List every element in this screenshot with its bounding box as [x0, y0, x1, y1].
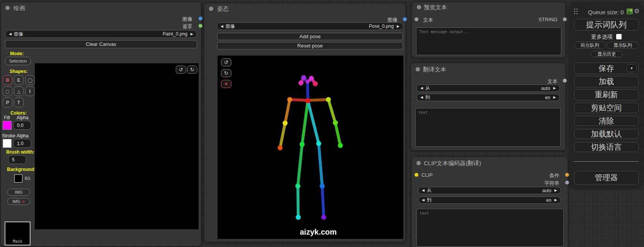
shapes-label: Shapes:	[10, 69, 28, 74]
prev-from-arrow[interactable]: ◀	[422, 189, 425, 192]
clip-text-encode-node[interactable]: CLIP文本编码器(翻译) CLIP 条件 字符串 ◀ 从 auto ▶ ◀ 到…	[411, 157, 568, 247]
pose-node-title: 姿态	[217, 5, 229, 13]
image-preview-icon[interactable]	[627, 8, 633, 14]
next-to-arrow[interactable]: ▶	[554, 198, 557, 202]
next-from-arrow[interactable]: ▶	[554, 189, 557, 192]
switch-language-button[interactable]: 切换语言	[574, 142, 639, 152]
translate-output-text-slot[interactable]	[563, 79, 567, 83]
drag-handle[interactable]	[574, 8, 578, 15]
translate-from-widget[interactable]: ◀ 从 auto ▶	[416, 85, 560, 92]
extra-options-checkbox[interactable]	[616, 34, 622, 39]
clear-button[interactable]: 清除	[574, 116, 639, 126]
shape-square-button[interactable]: ▢	[3, 86, 12, 96]
pose-image-widget[interactable]: ◀ 图像 Pose_0.png ▶	[217, 22, 403, 30]
paint-output-mask-slot[interactable]	[199, 24, 202, 28]
shape-eraser-button[interactable]: E	[14, 75, 24, 85]
paint-output-image-slot[interactable]	[199, 17, 202, 20]
pose-delete-button[interactable]: ✕	[221, 80, 231, 88]
pose-canvas[interactable]: ↺ ↻ ✕ aizyk.com	[217, 56, 403, 239]
paint-undo-button[interactable]: ↺	[176, 66, 186, 74]
stroke-color-swatch[interactable]	[3, 139, 12, 148]
clip-output-string-label: 字符串	[544, 180, 559, 187]
shape-line-button[interactable]: I	[25, 86, 35, 96]
stroke-alpha-input[interactable]	[13, 139, 31, 148]
save-button[interactable]: 保存 ▼	[574, 63, 639, 74]
node-collapse-dot[interactable]	[416, 161, 421, 165]
shape-polygon-button[interactable]: P	[3, 98, 12, 107]
comfy-menu[interactable]: Queue size: 0 ⚙ 提示词队列 更多选项 前台队列 显示队列 显示历…	[570, 3, 642, 188]
preview-input-text-slot[interactable]	[415, 17, 418, 21]
next-to-arrow[interactable]: ▶	[553, 96, 556, 99]
queue-prompt-button[interactable]: 提示词队列	[574, 19, 639, 30]
front-queue-button[interactable]: 前台队列	[574, 42, 606, 49]
clip-textarea[interactable]	[416, 209, 564, 247]
preview-output-string-slot[interactable]	[563, 17, 567, 21]
clip-input-slot[interactable]	[415, 173, 418, 177]
prev-image-arrow[interactable]: ◀	[9, 32, 12, 36]
node-collapse-dot[interactable]	[417, 5, 421, 9]
pose-undo-button[interactable]: ↺	[221, 58, 231, 66]
preview-node-title: 预览文本	[424, 4, 447, 11]
background-label: Background:	[7, 167, 36, 172]
extra-options-label: 更多选项	[591, 34, 613, 41]
translate-to-widget[interactable]: ◀ 到 en ▶	[416, 94, 560, 101]
pose-node[interactable]: 姿态 图像 ◀ 图像 Pose_0.png ▶ Add pose Reset p…	[204, 3, 406, 242]
brush-width-input[interactable]	[8, 155, 26, 164]
pose-output-image-slot[interactable]	[403, 17, 407, 21]
refresh-button[interactable]: 重刷新	[574, 89, 639, 100]
clipspace-button[interactable]: 剪贴空间	[574, 103, 639, 113]
load-button[interactable]: 加载	[574, 76, 639, 87]
view-queue-button[interactable]: 显示队列	[607, 42, 639, 49]
translate-textarea[interactable]	[415, 108, 561, 147]
reset-pose-button[interactable]: Reset pose	[217, 42, 403, 49]
prev-to-arrow[interactable]: ◀	[422, 198, 425, 202]
delete-x-icon: ✕	[22, 200, 25, 204]
clip-from-widget[interactable]: ◀ 从 auto ▶	[418, 187, 561, 194]
prev-pose-arrow[interactable]: ◀	[221, 25, 223, 28]
mode-selection-button[interactable]: Selection	[5, 57, 31, 65]
mask-preview: Mask	[5, 222, 31, 245]
gear-icon[interactable]: ⚙	[634, 8, 639, 14]
translate-text-node[interactable]: 翻译文本 文本 ◀ 从 auto ▶ ◀ 到 en ▶	[411, 63, 566, 151]
clip-node-title: CLIP文本编码器(翻译)	[424, 160, 481, 167]
node-collapse-dot[interactable]	[5, 6, 10, 10]
node-collapse-dot[interactable]	[416, 67, 420, 71]
fill-alpha-input[interactable]	[13, 121, 31, 130]
next-image-arrow[interactable]: ▶	[190, 32, 193, 36]
paint-output-image-label: 图像	[182, 16, 192, 23]
undo-icon: ↺	[179, 67, 183, 73]
save-dropdown-button[interactable]: ▼	[627, 64, 637, 72]
node-collapse-dot[interactable]	[209, 7, 213, 11]
prev-to-arrow[interactable]: ◀	[420, 96, 423, 99]
preview-text-node[interactable]: 预览文本 文本 STRING	[412, 2, 566, 58]
view-history-button[interactable]: 显示历史	[591, 51, 623, 57]
manager-button[interactable]: 管理器	[574, 171, 639, 184]
paint-node-title: 绘画	[14, 5, 25, 12]
paint-image-widget[interactable]: ◀ 图像 Paint_0.png ▶	[5, 30, 197, 38]
preview-textarea[interactable]	[416, 27, 561, 55]
paint-canvas[interactable]: ↺ ↻	[35, 63, 199, 229]
next-pose-arrow[interactable]: ▶	[397, 25, 399, 28]
fill-color-swatch[interactable]	[3, 121, 12, 130]
shape-triangle-button[interactable]: △	[14, 86, 24, 96]
background-color-swatch[interactable]	[14, 174, 22, 183]
load-default-button[interactable]: 加载默认	[574, 129, 639, 139]
clear-canvas-button[interactable]: Clear Canvas	[5, 40, 197, 48]
paint-node[interactable]: 绘画 图像 遮罩 ◀ 图像 Paint_0.png ▶ Clear Canvas…	[1, 2, 201, 246]
pose-redo-button[interactable]: ↻	[221, 69, 231, 77]
paint-redo-button[interactable]: ↻	[187, 66, 197, 74]
add-pose-button[interactable]: Add pose	[217, 33, 403, 40]
bg-label: BG	[25, 176, 30, 181]
img-delete-button[interactable]: IMG ✕	[7, 198, 30, 205]
next-from-arrow[interactable]: ▶	[553, 86, 556, 90]
paint-output-mask-label: 遮罩	[182, 23, 192, 30]
clip-to-widget[interactable]: ◀ 到 en ▶	[418, 196, 561, 204]
img-button[interactable]: IMG	[7, 189, 30, 196]
preview-input-text-label: 文本	[423, 17, 433, 24]
clip-output-cond-slot[interactable]	[565, 173, 569, 177]
prev-from-arrow[interactable]: ◀	[420, 86, 423, 90]
shape-circle-button[interactable]: ◯	[25, 75, 35, 85]
shape-brush-button[interactable]: B	[3, 75, 12, 85]
shape-text-button[interactable]: T	[14, 98, 24, 107]
clip-output-string-slot[interactable]	[565, 181, 569, 184]
